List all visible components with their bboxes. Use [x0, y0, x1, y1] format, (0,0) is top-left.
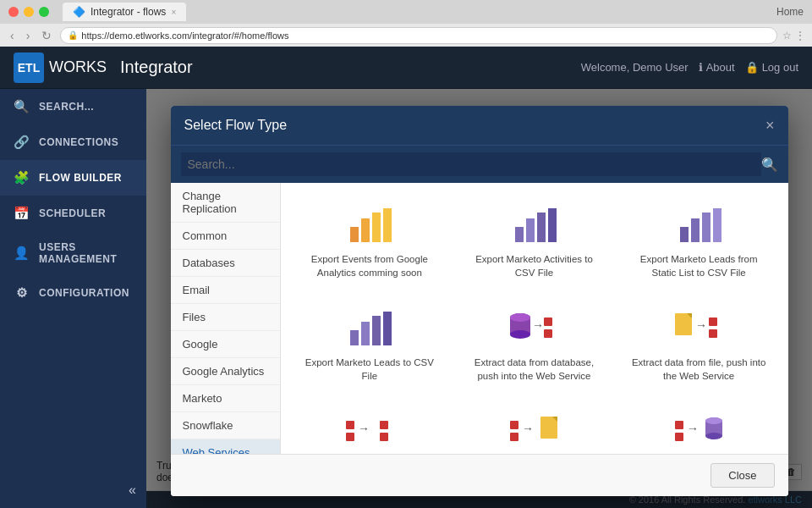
scheduler-icon: 📅 — [14, 206, 30, 221]
flow-card-label-0: Export Events from Google Analytics comm… — [301, 252, 439, 279]
config-icon: ⚙ — [14, 285, 30, 301]
category-google-analytics[interactable]: Google Analytics — [171, 358, 280, 385]
category-databases[interactable]: Databases — [171, 250, 280, 277]
flow-builder-icon: 🧩 — [14, 170, 30, 185]
sidebar-item-connections[interactable]: 🔗 CONNECTIONS — [0, 124, 146, 160]
category-files[interactable]: Files — [171, 304, 280, 331]
flow-card-5[interactable]: → Extract data from file, push into the … — [623, 300, 775, 389]
modal-search-icon: 🔍 — [761, 157, 778, 173]
svg-rect-9 — [691, 218, 700, 242]
header-right: Welcome, Demo User ℹ About 🔒 Log out — [581, 61, 798, 74]
traffic-light-red[interactable] — [8, 7, 19, 17]
address-icons: ☆ ⋮ — [782, 30, 805, 41]
svg-rect-1 — [361, 218, 370, 242]
flow-card-0[interactable]: Export Events from Google Analytics comm… — [294, 196, 446, 286]
flow-card-label-3: Export Marketo Leads to CSV File — [301, 356, 439, 383]
about-link[interactable]: ℹ About — [699, 61, 735, 74]
back-button[interactable]: ‹ — [7, 27, 18, 44]
flow-card-icon-8: → — [673, 410, 724, 452]
about-label: About — [706, 61, 735, 74]
modal-body: Change Replication Common Databases Emai… — [171, 183, 788, 454]
svg-rect-5 — [526, 218, 535, 242]
app-logo: ETL WORKS — [14, 52, 107, 83]
svg-rect-12 — [350, 330, 359, 345]
svg-rect-4 — [515, 227, 524, 242]
flow-card-7[interactable]: → Extract data from the Web Service and … — [458, 403, 610, 454]
flow-card-icon-4: → — [508, 306, 559, 349]
flow-card-icon-6: → — [344, 410, 395, 452]
browser-addressbar: ‹ › ↻ 🔒 https://demo.etlworks.com/integr… — [0, 24, 812, 47]
svg-rect-36 — [540, 417, 557, 439]
category-change-replication[interactable]: Change Replication — [171, 183, 280, 223]
logo-brand: WORKS — [49, 58, 107, 76]
lock-icon: 🔒 — [745, 61, 759, 74]
svg-rect-15 — [383, 312, 392, 345]
sidebar-label-scheduler: SCHEDULER — [39, 207, 106, 219]
traffic-light-green[interactable] — [39, 7, 49, 17]
tab-title: Integrator - flows — [91, 6, 166, 18]
svg-text:→: → — [695, 318, 707, 332]
svg-rect-38 — [675, 421, 683, 429]
sidebar-label-search: SEARCH... — [39, 101, 94, 113]
sidebar-item-flow-builder[interactable]: 🧩 FLOW BUILDER — [0, 160, 146, 196]
flow-card-icon-0 — [344, 203, 395, 246]
svg-rect-13 — [361, 322, 370, 345]
svg-text:→: → — [358, 422, 370, 435]
sidebar-label-flow-builder: FLOW BUILDER — [39, 172, 122, 184]
browser-tab[interactable]: 🔷 Integrator - flows × — [63, 3, 186, 21]
svg-rect-28 — [346, 421, 354, 429]
category-google[interactable]: Google — [171, 331, 280, 358]
app-container: ETL WORKS Integrator Welcome, Demo User … — [0, 47, 812, 508]
refresh-button[interactable]: ↻ — [38, 27, 55, 44]
flow-card-label-1: Export Marketo Activities to CSV File — [465, 252, 603, 279]
sidebar-label-config: CONFIGURATION — [39, 287, 129, 299]
sidebar: 🔍 SEARCH... 🔗 CONNECTIONS 🧩 FLOW BUILDER… — [0, 89, 146, 508]
flow-card-2[interactable]: Export Marketo Leads from Static List to… — [623, 196, 775, 286]
modal-search-input[interactable] — [181, 152, 761, 176]
app-title: Integrator — [120, 58, 193, 77]
svg-rect-7 — [548, 208, 557, 242]
modal-category-sidebar: Change Replication Common Databases Emai… — [171, 183, 281, 454]
svg-point-19 — [510, 313, 530, 322]
bookmark-icon[interactable]: ☆ — [782, 30, 792, 41]
flow-card-3[interactable]: Export Marketo Leads to CSV File — [294, 300, 446, 389]
traffic-light-yellow[interactable] — [24, 7, 34, 17]
category-web-services[interactable]: Web Services — [171, 439, 280, 454]
svg-rect-8 — [680, 227, 689, 242]
flow-card-icon-1 — [508, 203, 559, 246]
flow-card-8[interactable]: → Extract data from the Web Service and … — [623, 403, 775, 454]
svg-text:→: → — [532, 318, 544, 332]
sidebar-collapse-button[interactable]: « — [0, 472, 146, 508]
logout-link[interactable]: 🔒 Log out — [745, 61, 798, 74]
category-marketo[interactable]: Marketo — [171, 385, 280, 412]
address-bar[interactable]: 🔒 https://demo.etlworks.com/integrator/#… — [60, 27, 777, 44]
select-flow-type-modal: Select Flow Type × 🔍 Change Replication … — [171, 106, 788, 496]
modal-overlay: Select Flow Type × 🔍 Change Replication … — [146, 89, 812, 508]
sidebar-item-search[interactable]: 🔍 SEARCH... — [0, 89, 146, 124]
svg-rect-14 — [372, 316, 381, 345]
svg-rect-3 — [383, 208, 392, 242]
address-text: https://demo.etlworks.com/integrator/#/h… — [81, 30, 288, 41]
users-icon: 👤 — [14, 246, 30, 261]
flow-card-1[interactable]: Export Marketo Activities to CSV File — [458, 196, 610, 286]
category-snowflake[interactable]: Snowflake — [171, 412, 280, 439]
flow-card-6[interactable]: → Extract data from one Web Service and … — [294, 403, 446, 454]
sidebar-item-config[interactable]: ⚙ CONFIGURATION — [0, 275, 146, 311]
modal-close-button[interactable]: × — [765, 118, 775, 133]
logo-etl: ETL — [18, 61, 40, 75]
browser-chrome: 🔷 Integrator - flows × Home ‹ › ↻ 🔒 http… — [0, 0, 812, 47]
lock-icon: 🔒 — [68, 30, 78, 40]
sidebar-item-users[interactable]: 👤 USERS MANAGEMENT — [0, 231, 146, 275]
menu-icon[interactable]: ⋮ — [795, 30, 805, 41]
sidebar-item-scheduler[interactable]: 📅 SCHEDULER — [0, 196, 146, 231]
modal-footer-close-button[interactable]: Close — [710, 463, 774, 488]
category-email[interactable]: Email — [171, 277, 280, 304]
forward-button[interactable]: › — [23, 27, 34, 44]
category-common[interactable]: Common — [171, 223, 280, 250]
svg-rect-11 — [713, 208, 721, 242]
svg-rect-2 — [372, 213, 381, 242]
flow-card-icon-3 — [344, 306, 395, 349]
tab-close-icon[interactable]: × — [171, 8, 176, 17]
flow-card-4[interactable]: → Extract data from database, push into … — [458, 300, 610, 389]
flow-card-icon-5: → — [673, 306, 724, 349]
